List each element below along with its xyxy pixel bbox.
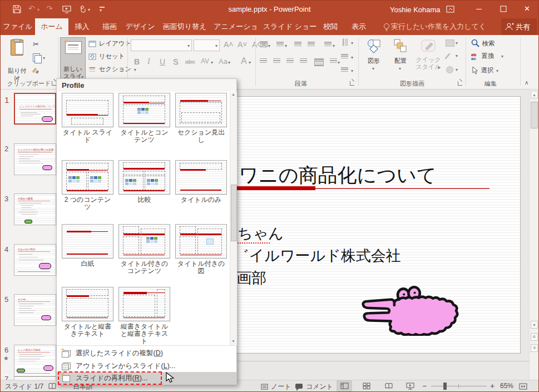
menu-item-duplicate-selected-slides[interactable]: ✳ 選択したスライドの複製(D)	[57, 347, 236, 360]
slide-thumb-5[interactable]: その他…	[14, 294, 56, 326]
zoom-level[interactable]: 65%	[500, 382, 513, 390]
text-direction-icon[interactable]	[342, 39, 348, 46]
zoom-out-icon[interactable]: −	[422, 381, 427, 390]
scroll-up-icon[interactable]: ▲	[531, 91, 538, 98]
layout-option-blank[interactable]: 白紙	[61, 224, 114, 267]
slide-body-line-1[interactable]: ちゃん	[238, 224, 284, 244]
tab-insert[interactable]: 挿入	[70, 18, 95, 35]
change-case-icon[interactable]: Aa	[219, 57, 228, 66]
layout-option-title-and-vertical-text[interactable]: タイトルと縦書きテキスト	[61, 287, 114, 338]
layout-option-title-slide[interactable]: タイトル スライド	[61, 93, 114, 143]
tab-animations[interactable]: アニメーション	[212, 18, 260, 35]
tab-file[interactable]: ファイル	[1, 18, 35, 35]
layout-option-two-content[interactable]: 2 つのコンテンツ	[61, 160, 114, 211]
slide-sorter-view-button[interactable]	[359, 380, 374, 392]
zoom-in-icon[interactable]: +	[490, 381, 495, 390]
zoom-slider-track[interactable]	[431, 386, 487, 386]
gallery-scrollbar[interactable]: ▲ ▼	[230, 92, 237, 345]
font-size-combo[interactable]: ▾	[194, 39, 220, 51]
shape-effects-icon[interactable]	[446, 66, 453, 73]
tell-me-box[interactable]: 実行したい作業を入力してください	[391, 18, 488, 35]
shrink-font-icon[interactable]: A˅	[238, 40, 248, 49]
slideshow-view-button[interactable]	[402, 380, 418, 392]
close-button[interactable]: ✕	[524, 4, 530, 13]
layout-option-section-header[interactable]: セクション見出し	[175, 93, 228, 143]
pink-crocodile-drawing[interactable]	[356, 279, 468, 336]
layout-option-title-and-content[interactable]: タイトルとコンテンツ	[118, 93, 171, 143]
grow-font-icon[interactable]: A˄	[224, 40, 234, 49]
replace-button[interactable]: abac 置換 ▾	[471, 52, 503, 62]
copy-icon[interactable]	[33, 53, 40, 62]
font-color-icon[interactable]: A	[241, 56, 247, 66]
layout-option-vertical-title-and-text[interactable]: 縦書きタイトルと縦書きテキスト	[118, 287, 171, 345]
justify-icon[interactable]	[300, 58, 307, 64]
share-button[interactable]: 共有	[501, 18, 537, 35]
menu-item-slides-from-outline[interactable]: アウトラインからスライド(L)...	[57, 360, 236, 373]
align-right-icon[interactable]	[286, 58, 294, 64]
tab-review[interactable]: 校閲	[318, 18, 343, 35]
format-painter-icon[interactable]	[33, 67, 39, 74]
layout-option-picture-with-caption[interactable]: タイトル付きの図	[175, 224, 228, 275]
user-name[interactable]: Yoshie Kohama	[390, 6, 441, 14]
slide-title-text[interactable]: ワニの商品化について	[239, 162, 437, 188]
font-name-combo[interactable]: ▾	[131, 39, 192, 51]
select-button[interactable]: 選択 ▾	[471, 66, 498, 77]
notes-button[interactable]: ノート	[271, 382, 291, 391]
tab-draw[interactable]: 描画	[96, 18, 123, 35]
paragraph-dialog-launcher[interactable]	[350, 81, 355, 86]
line-spacing-icon[interactable]	[324, 42, 332, 47]
layout-option-content-with-caption[interactable]: タイトル付きのコンテンツ	[118, 224, 171, 275]
scroll-down-icon[interactable]: ▼	[531, 321, 538, 329]
shape-outline-icon[interactable]	[444, 53, 450, 59]
bold-icon[interactable]: B	[134, 57, 140, 66]
next-slide-icon[interactable]: «	[531, 346, 537, 350]
tab-design[interactable]: デザイン	[123, 18, 157, 35]
tab-home[interactable]: ホーム	[35, 18, 68, 35]
minimize-button[interactable]	[476, 9, 482, 9]
collapse-ribbon-icon[interactable]: ∧	[525, 80, 528, 86]
tab-slideshow[interactable]: スライド ショー	[262, 18, 318, 35]
underline-icon[interactable]: U	[160, 57, 165, 66]
italic-icon[interactable]: I	[147, 57, 150, 66]
shapes-button[interactable]: 図形 ▾	[362, 37, 385, 87]
align-left-icon[interactable]	[260, 58, 267, 64]
layout-button[interactable]: レイアウト ▾	[88, 39, 136, 49]
character-spacing-icon[interactable]: AV	[201, 57, 209, 65]
drawing-dialog-launcher[interactable]	[458, 81, 463, 86]
slide-thumb-4[interactable]: 社会人向け商品	[14, 244, 56, 276]
align-text-icon[interactable]	[341, 54, 348, 59]
slide-thumb-6[interactable]: ピンク商品の可能性	[14, 345, 56, 376]
slide-thumb-2[interactable]: ピンクのワニ商品が受ける客層	[14, 143, 56, 175]
reading-view-button[interactable]	[381, 380, 397, 392]
layout-option-title-only[interactable]: タイトルのみ	[175, 160, 228, 204]
strikethrough-icon[interactable]: abc	[185, 58, 195, 65]
bullets-icon[interactable]	[260, 42, 267, 47]
comments-button[interactable]: コメント	[306, 382, 333, 391]
tab-transitions[interactable]: 画面切り替え	[159, 18, 211, 35]
slide-thumb-1[interactable]: ピンクのワニの商品化について	[14, 93, 56, 125]
slide-thumb-3[interactable]: 中高生の購買	[14, 193, 56, 225]
distribute-icon[interactable]	[314, 58, 324, 66]
section-button[interactable]: ✳ セクション ▾	[88, 65, 136, 75]
gallery-scrollbar-thumb[interactable]	[231, 185, 237, 241]
gallery-scroll-down-icon[interactable]: ▼	[231, 339, 235, 343]
ribbon-display-options-icon[interactable]	[446, 6, 454, 13]
decrease-indent-icon[interactable]	[294, 42, 301, 47]
slide-body-line-2[interactable]: ゛イルワールド株式会社	[234, 246, 401, 266]
maximize-button[interactable]	[500, 6, 507, 12]
paste-button[interactable]: 貼り付け ▾	[5, 38, 29, 85]
zoom-slider-handle[interactable]	[443, 383, 447, 390]
increase-indent-icon[interactable]	[308, 42, 315, 47]
find-button[interactable]: 検索	[471, 39, 495, 49]
align-center-icon[interactable]	[273, 58, 280, 64]
layout-option-comparison[interactable]: 比較	[118, 160, 171, 204]
reset-button[interactable]: リセット	[88, 52, 125, 62]
convert-smartart-icon[interactable]	[341, 67, 348, 73]
gallery-scroll-up-icon[interactable]: ▲	[231, 92, 235, 96]
shape-fill-icon[interactable]	[446, 39, 454, 47]
columns-icon[interactable]	[330, 58, 337, 64]
cut-icon[interactable]: ✂	[33, 40, 39, 48]
text-shadow-icon[interactable]: S	[173, 57, 178, 66]
tab-view[interactable]: 表示	[345, 18, 372, 35]
slide-body-line-3[interactable]: 画部	[236, 268, 266, 288]
